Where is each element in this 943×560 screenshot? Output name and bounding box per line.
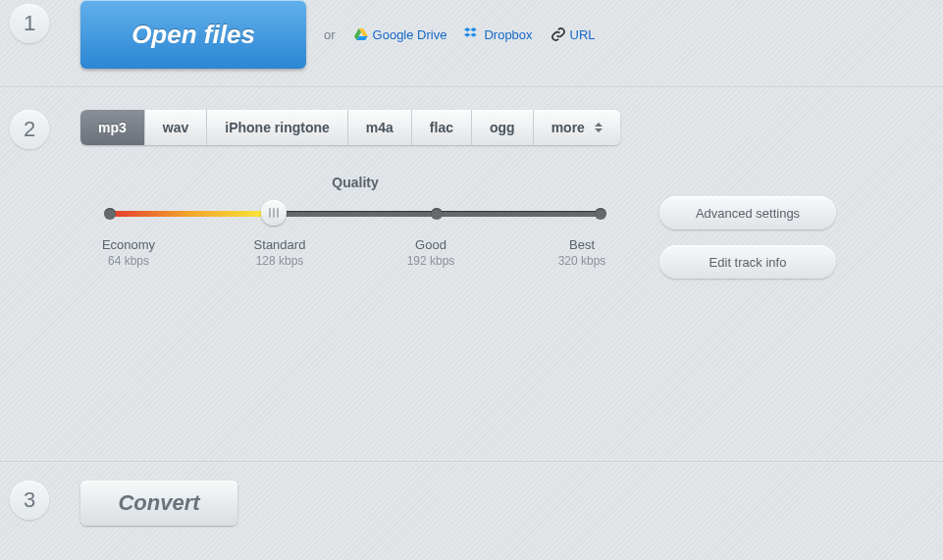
link-icon: [550, 26, 566, 42]
q3-rate: 320 kbps: [548, 254, 616, 268]
edit-track-info-button[interactable]: Edit track info: [659, 245, 836, 279]
q0-rate: 64 kbps: [94, 254, 163, 268]
q1-name: Standard: [254, 237, 306, 252]
quality-title: Quality: [80, 175, 630, 190]
quality-label-economy: Economy 64 kbps: [94, 237, 163, 268]
step-2-format: 2 mp3 wav iPhone ringtone m4a flac ogg m…: [0, 88, 943, 461]
google-drive-label: Google Drive: [373, 27, 447, 42]
tab-wav[interactable]: wav: [145, 110, 207, 145]
dropbox-link[interactable]: Dropbox: [464, 26, 532, 42]
format-tabs: mp3 wav iPhone ringtone m4a flac ogg mor…: [80, 110, 620, 145]
slider-handle[interactable]: [261, 200, 287, 226]
q2-rate: 192 kbps: [396, 254, 465, 268]
slider-stop-economy[interactable]: [104, 208, 116, 220]
quality-label-good: Good 192 kbps: [396, 237, 465, 268]
google-drive-link[interactable]: Google Drive: [353, 26, 447, 42]
slider-stop-good[interactable]: [431, 208, 443, 220]
q3-name: Best: [569, 237, 595, 252]
quality-labels: Economy 64 kbps Standard 128 kbps Good 1…: [94, 237, 616, 268]
dropbox-icon: [464, 26, 480, 42]
step-1-open-files: 1 Open files or Google Drive Dropbox URL: [0, 0, 943, 86]
tab-iphone-ringtone[interactable]: iPhone ringtone: [207, 110, 348, 145]
url-link[interactable]: URL: [550, 26, 596, 42]
step-2-badge: 2: [10, 110, 49, 149]
advanced-settings-button[interactable]: Advanced settings: [659, 196, 836, 229]
tab-more[interactable]: more: [534, 110, 620, 145]
tab-flac[interactable]: flac: [412, 110, 472, 145]
q0-name: Economy: [102, 237, 155, 252]
tab-m4a[interactable]: m4a: [348, 110, 412, 145]
step-3-convert: 3 Convert: [0, 463, 943, 541]
q2-name: Good: [415, 237, 446, 252]
tab-mp3[interactable]: mp3: [80, 110, 145, 145]
tab-ogg[interactable]: ogg: [472, 110, 534, 145]
or-label: or: [324, 27, 336, 42]
quality-block: Quality Economy 64 kbps Standard: [80, 175, 943, 279]
quality-label-standard: Standard 128 kbps: [245, 237, 314, 268]
slider-track-fill: [110, 211, 272, 217]
convert-button[interactable]: Convert: [80, 481, 237, 526]
quality-slider[interactable]: [110, 204, 601, 224]
step-1-badge: 1: [10, 4, 49, 43]
quality-label-best: Best 320 kbps: [548, 237, 616, 268]
q1-rate: 128 kbps: [245, 254, 314, 268]
open-files-button[interactable]: Open files: [80, 0, 306, 69]
step-3-badge: 3: [10, 481, 49, 520]
dropdown-icon: [595, 123, 602, 132]
slider-stop-best[interactable]: [595, 208, 606, 220]
google-drive-icon: [353, 26, 369, 42]
dropbox-label: Dropbox: [484, 27, 532, 42]
tab-more-label: more: [551, 120, 585, 135]
url-label: URL: [570, 27, 596, 42]
